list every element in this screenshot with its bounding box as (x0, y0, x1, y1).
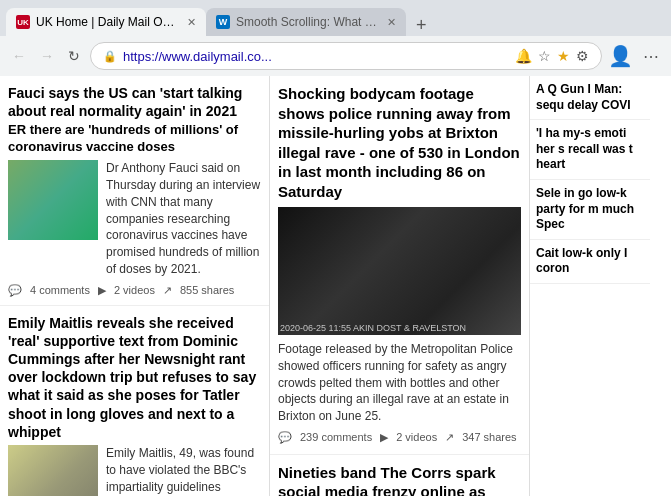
browser-chrome: UK UK Home | Daily Mail Online ✕ W Smoot… (0, 0, 671, 76)
article-brixton-headline: Shocking bodycam footage shows police ru… (278, 84, 521, 201)
article-brixton-meta: 💬 239 comments ▶ 2 videos ↗ 347 shares (278, 429, 521, 446)
sidebar-article-2: 'I ha my-s emoti her s recall was t hear… (530, 120, 650, 180)
fauci-videos: 2 videos (114, 284, 155, 296)
sidebar-article-3-headline: Sele in go low-k party for m much Spec (536, 186, 644, 233)
tab-label-smooth: Smooth Scrolling: What is it and (236, 15, 377, 29)
article-fauci-body: Dr Anthony Fauci said on Thursday during… (8, 160, 261, 278)
reload-button[interactable]: ↻ (64, 44, 84, 68)
left-column: Fauci says the US can 'start talking abo… (0, 76, 270, 496)
star-icon[interactable]: ☆ (538, 48, 551, 64)
brixton-videos: 2 videos (396, 431, 437, 443)
tab-favicon-smooth: W (216, 15, 230, 29)
article-brixton: Shocking bodycam footage shows police ru… (270, 76, 529, 455)
notification-icon[interactable]: 🔔 (515, 48, 532, 64)
tab-bar: UK UK Home | Daily Mail Online ✕ W Smoot… (0, 0, 671, 36)
url-bar[interactable]: 🔒 https://www.dailymail.co... 🔔 ☆ ★ ⚙ (90, 42, 602, 70)
article-fauci-subheadline: ER there are 'hundreds of millions' of c… (8, 122, 261, 156)
brixton-comment-icon: 💬 (278, 431, 292, 444)
sidebar-article-1-headline: A Q Gun I Man: sequ delay COVI (536, 82, 644, 113)
center-column: Shocking bodycam footage shows police ru… (270, 76, 530, 496)
fauci-comments: 4 comments (30, 284, 90, 296)
url-text: https://www.dailymail.co... (123, 49, 509, 64)
sidebar-article-4: Cait low-k only I coron (530, 240, 650, 284)
article-brixton-image: 2020-06-25 11:55 AKIN DOST & RAVELSTON (278, 207, 521, 335)
fauci-shares: 855 shares (180, 284, 234, 296)
brixton-share-icon: ↗ (445, 431, 454, 444)
tab-close-smooth[interactable]: ✕ (387, 16, 396, 29)
bookmark-icon[interactable]: ★ (557, 48, 570, 64)
account-icon[interactable]: 👤 (608, 44, 633, 68)
article-maitlis-body: Emily Maitlis, 49, was found to have vio… (8, 445, 261, 496)
sidebar-article-2-headline: 'I ha my-s emoti her s recall was t hear… (536, 126, 644, 173)
right-sidebar: A Q Gun I Man: sequ delay COVI 'I ha my-… (530, 76, 650, 496)
tab-close-dailymail[interactable]: ✕ (187, 16, 196, 29)
article-fauci-text: Dr Anthony Fauci said on Thursday during… (106, 160, 261, 278)
article-corrs-headline: Nineties band The Corrs spark social med… (278, 463, 521, 496)
article-brixton-text: Footage released by the Metropolitan Pol… (278, 341, 521, 425)
brixton-video-icon: ▶ (380, 431, 388, 444)
sidebar-article-4-headline: Cait low-k only I coron (536, 246, 644, 277)
forward-button[interactable]: → (36, 44, 58, 68)
article-fauci: Fauci says the US can 'start talking abo… (0, 76, 269, 306)
article-maitlis: Emily Maitlis reveals she received 'real… (0, 306, 269, 496)
sidebar-article-1: A Q Gun I Man: sequ delay COVI (530, 76, 650, 120)
tab-dailymail[interactable]: UK UK Home | Daily Mail Online ✕ (6, 8, 206, 36)
back-button[interactable]: ← (8, 44, 30, 68)
share-icon: ↗ (163, 284, 172, 297)
new-tab-button[interactable]: + (410, 14, 433, 36)
article-brixton-body-wrap: Footage released by the Metropolitan Pol… (278, 341, 521, 425)
brixton-shares: 347 shares (462, 431, 516, 443)
video-icon: ▶ (98, 284, 106, 297)
article-corrs: Nineties band The Corrs spark social med… (270, 455, 529, 496)
lock-icon: 🔒 (103, 50, 117, 63)
article-fauci-image (8, 160, 98, 240)
article-fauci-meta: 💬 4 comments ▶ 2 videos ↗ 855 shares (8, 282, 261, 299)
article-maitlis-text: Emily Maitlis, 49, was found to have vio… (106, 445, 261, 496)
article-fauci-headline: Fauci says the US can 'start talking abo… (8, 84, 261, 120)
article-maitlis-headline: Emily Maitlis reveals she received 'real… (8, 314, 261, 441)
settings-icon[interactable]: ⚙ (576, 48, 589, 64)
tab-favicon-dailymail: UK (16, 15, 30, 29)
address-bar: ← → ↻ 🔒 https://www.dailymail.co... 🔔 ☆ … (0, 36, 671, 76)
sidebar-article-3: Sele in go low-k party for m much Spec (530, 180, 650, 240)
image-caption: 2020-06-25 11:55 AKIN DOST & RAVELSTON (280, 323, 466, 333)
news-content: Fauci says the US can 'start talking abo… (0, 76, 671, 496)
article-maitlis-image (8, 445, 98, 496)
brixton-comments: 239 comments (300, 431, 372, 443)
comment-icon: 💬 (8, 284, 22, 297)
more-button[interactable]: ⋯ (639, 43, 663, 70)
tab-label-dailymail: UK Home | Daily Mail Online (36, 15, 177, 29)
tab-smooth[interactable]: W Smooth Scrolling: What is it and ✕ (206, 8, 406, 36)
